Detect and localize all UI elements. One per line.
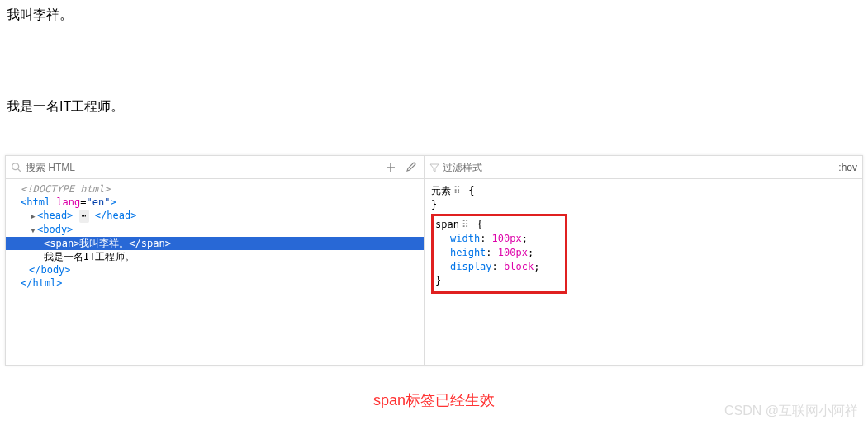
css-prop-height[interactable]: height: 100px; (435, 246, 560, 260)
styles-toolbar: :hov (425, 156, 862, 179)
css-rules-list[interactable]: 元素⠿ { } span⠿ { width: 100px; height: 10… (425, 179, 862, 365)
html-open-node[interactable]: <html lang="en"> (6, 196, 424, 209)
span-node-selected[interactable]: <span>我叫李祥。</span> (6, 237, 424, 250)
body-close-node[interactable]: </body> (6, 263, 424, 276)
styles-panel: :hov 元素⠿ { } span⠿ { width: 100px; heigh… (425, 156, 862, 365)
css-prop-display[interactable]: display: block; (435, 260, 560, 274)
element-rule[interactable]: 元素⠿ { } (431, 184, 856, 212)
watermark: CSDN @互联网小阿祥 (724, 403, 858, 410)
plus-icon (385, 162, 396, 173)
devtools-panel: <!DOCTYPE html> <html lang="en"> ▶<head>… (5, 155, 863, 366)
rendered-text-line-1: 我叫李祥。 (7, 7, 861, 24)
search-html-input[interactable] (26, 162, 379, 173)
text-node[interactable]: 我是一名IT工程师。 (6, 250, 424, 263)
waffle-icon: ⠿ (453, 185, 460, 196)
doctype-node[interactable]: <!DOCTYPE html> (6, 182, 424, 196)
add-node-button[interactable] (382, 159, 399, 176)
expand-twisty-icon[interactable]: ▶ (29, 210, 37, 223)
eyedropper-button[interactable] (402, 159, 419, 176)
collapse-twisty-icon[interactable]: ▼ (29, 224, 37, 237)
dom-inspector-panel: <!DOCTYPE html> <html lang="en"> ▶<head>… (6, 156, 425, 365)
span-rule-highlighted[interactable]: span⠿ { width: 100px; height: 100px; dis… (431, 214, 567, 294)
filter-styles-input[interactable] (443, 162, 838, 173)
search-icon (11, 162, 22, 173)
dom-tree[interactable]: <!DOCTYPE html> <html lang="en"> ▶<head>… (6, 179, 424, 365)
head-node[interactable]: ▶<head> ⋯ </head> (6, 209, 424, 223)
waffle-icon: ⠿ (462, 219, 468, 230)
funnel-icon (429, 163, 439, 172)
svg-line-1 (18, 168, 21, 172)
svg-point-0 (12, 163, 19, 169)
body-open-node[interactable]: ▼<body> (6, 223, 424, 237)
dom-toolbar (6, 156, 424, 179)
css-prop-width[interactable]: width: 100px; (435, 232, 560, 246)
hov-toggle-button[interactable]: :hov (838, 162, 857, 173)
rendered-text-line-2: 我是一名IT工程师。 (7, 98, 861, 116)
eyedropper-icon (405, 162, 416, 173)
html-close-node[interactable]: </html> (6, 276, 424, 290)
